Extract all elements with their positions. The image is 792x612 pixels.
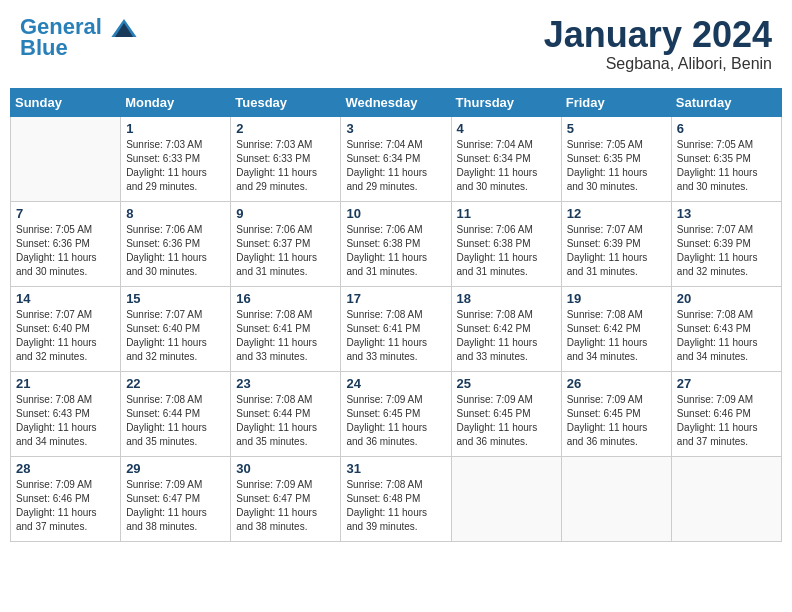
title-block: January 2024 Segbana, Alibori, Benin bbox=[544, 15, 772, 73]
day-number: 12 bbox=[567, 206, 666, 221]
day-number: 3 bbox=[346, 121, 445, 136]
calendar-cell: 3Sunrise: 7:04 AM Sunset: 6:34 PM Daylig… bbox=[341, 116, 451, 201]
calendar-cell: 6Sunrise: 7:05 AM Sunset: 6:35 PM Daylig… bbox=[671, 116, 781, 201]
day-detail: Sunrise: 7:08 AM Sunset: 6:43 PM Dayligh… bbox=[16, 393, 115, 449]
location-title: Segbana, Alibori, Benin bbox=[544, 55, 772, 73]
calendar-cell bbox=[451, 456, 561, 541]
calendar-cell: 10Sunrise: 7:06 AM Sunset: 6:38 PM Dayli… bbox=[341, 201, 451, 286]
day-number: 24 bbox=[346, 376, 445, 391]
page-header: General Blue January 2024 Segbana, Alibo… bbox=[10, 10, 782, 78]
calendar-week-row: 7Sunrise: 7:05 AM Sunset: 6:36 PM Daylig… bbox=[11, 201, 782, 286]
weekday-header: Tuesday bbox=[231, 88, 341, 116]
calendar-week-row: 14Sunrise: 7:07 AM Sunset: 6:40 PM Dayli… bbox=[11, 286, 782, 371]
calendar-table: SundayMondayTuesdayWednesdayThursdayFrid… bbox=[10, 88, 782, 542]
weekday-header: Sunday bbox=[11, 88, 121, 116]
calendar-cell: 12Sunrise: 7:07 AM Sunset: 6:39 PM Dayli… bbox=[561, 201, 671, 286]
day-detail: Sunrise: 7:06 AM Sunset: 6:36 PM Dayligh… bbox=[126, 223, 225, 279]
calendar-cell: 24Sunrise: 7:09 AM Sunset: 6:45 PM Dayli… bbox=[341, 371, 451, 456]
day-number: 19 bbox=[567, 291, 666, 306]
calendar-cell bbox=[671, 456, 781, 541]
day-number: 18 bbox=[457, 291, 556, 306]
day-number: 23 bbox=[236, 376, 335, 391]
calendar-cell: 23Sunrise: 7:08 AM Sunset: 6:44 PM Dayli… bbox=[231, 371, 341, 456]
day-number: 17 bbox=[346, 291, 445, 306]
month-title: January 2024 bbox=[544, 15, 772, 55]
day-detail: Sunrise: 7:08 AM Sunset: 6:42 PM Dayligh… bbox=[457, 308, 556, 364]
day-number: 22 bbox=[126, 376, 225, 391]
day-detail: Sunrise: 7:08 AM Sunset: 6:42 PM Dayligh… bbox=[567, 308, 666, 364]
day-detail: Sunrise: 7:05 AM Sunset: 6:35 PM Dayligh… bbox=[567, 138, 666, 194]
calendar-cell: 27Sunrise: 7:09 AM Sunset: 6:46 PM Dayli… bbox=[671, 371, 781, 456]
calendar-cell: 28Sunrise: 7:09 AM Sunset: 6:46 PM Dayli… bbox=[11, 456, 121, 541]
calendar-cell: 7Sunrise: 7:05 AM Sunset: 6:36 PM Daylig… bbox=[11, 201, 121, 286]
day-detail: Sunrise: 7:09 AM Sunset: 6:47 PM Dayligh… bbox=[236, 478, 335, 534]
day-detail: Sunrise: 7:09 AM Sunset: 6:47 PM Dayligh… bbox=[126, 478, 225, 534]
calendar-cell: 19Sunrise: 7:08 AM Sunset: 6:42 PM Dayli… bbox=[561, 286, 671, 371]
day-number: 27 bbox=[677, 376, 776, 391]
day-detail: Sunrise: 7:03 AM Sunset: 6:33 PM Dayligh… bbox=[236, 138, 335, 194]
calendar-week-row: 28Sunrise: 7:09 AM Sunset: 6:46 PM Dayli… bbox=[11, 456, 782, 541]
day-detail: Sunrise: 7:07 AM Sunset: 6:40 PM Dayligh… bbox=[16, 308, 115, 364]
calendar-cell: 13Sunrise: 7:07 AM Sunset: 6:39 PM Dayli… bbox=[671, 201, 781, 286]
calendar-cell: 22Sunrise: 7:08 AM Sunset: 6:44 PM Dayli… bbox=[121, 371, 231, 456]
calendar-cell: 8Sunrise: 7:06 AM Sunset: 6:36 PM Daylig… bbox=[121, 201, 231, 286]
day-detail: Sunrise: 7:09 AM Sunset: 6:46 PM Dayligh… bbox=[677, 393, 776, 449]
day-detail: Sunrise: 7:07 AM Sunset: 6:39 PM Dayligh… bbox=[677, 223, 776, 279]
day-detail: Sunrise: 7:08 AM Sunset: 6:48 PM Dayligh… bbox=[346, 478, 445, 534]
day-number: 7 bbox=[16, 206, 115, 221]
logo: General Blue bbox=[20, 15, 138, 61]
day-detail: Sunrise: 7:06 AM Sunset: 6:38 PM Dayligh… bbox=[346, 223, 445, 279]
day-detail: Sunrise: 7:09 AM Sunset: 6:45 PM Dayligh… bbox=[346, 393, 445, 449]
day-number: 30 bbox=[236, 461, 335, 476]
calendar-cell: 30Sunrise: 7:09 AM Sunset: 6:47 PM Dayli… bbox=[231, 456, 341, 541]
day-number: 5 bbox=[567, 121, 666, 136]
day-detail: Sunrise: 7:09 AM Sunset: 6:46 PM Dayligh… bbox=[16, 478, 115, 534]
day-number: 1 bbox=[126, 121, 225, 136]
day-number: 26 bbox=[567, 376, 666, 391]
day-number: 15 bbox=[126, 291, 225, 306]
day-number: 9 bbox=[236, 206, 335, 221]
day-detail: Sunrise: 7:06 AM Sunset: 6:38 PM Dayligh… bbox=[457, 223, 556, 279]
day-detail: Sunrise: 7:08 AM Sunset: 6:44 PM Dayligh… bbox=[126, 393, 225, 449]
day-number: 4 bbox=[457, 121, 556, 136]
calendar-cell: 17Sunrise: 7:08 AM Sunset: 6:41 PM Dayli… bbox=[341, 286, 451, 371]
day-number: 29 bbox=[126, 461, 225, 476]
day-number: 6 bbox=[677, 121, 776, 136]
calendar-cell: 2Sunrise: 7:03 AM Sunset: 6:33 PM Daylig… bbox=[231, 116, 341, 201]
calendar-week-row: 1Sunrise: 7:03 AM Sunset: 6:33 PM Daylig… bbox=[11, 116, 782, 201]
day-detail: Sunrise: 7:07 AM Sunset: 6:39 PM Dayligh… bbox=[567, 223, 666, 279]
day-number: 11 bbox=[457, 206, 556, 221]
day-number: 31 bbox=[346, 461, 445, 476]
calendar-cell: 1Sunrise: 7:03 AM Sunset: 6:33 PM Daylig… bbox=[121, 116, 231, 201]
day-detail: Sunrise: 7:08 AM Sunset: 6:43 PM Dayligh… bbox=[677, 308, 776, 364]
day-number: 8 bbox=[126, 206, 225, 221]
day-detail: Sunrise: 7:05 AM Sunset: 6:35 PM Dayligh… bbox=[677, 138, 776, 194]
calendar-cell: 15Sunrise: 7:07 AM Sunset: 6:40 PM Dayli… bbox=[121, 286, 231, 371]
day-detail: Sunrise: 7:09 AM Sunset: 6:45 PM Dayligh… bbox=[567, 393, 666, 449]
weekday-header: Monday bbox=[121, 88, 231, 116]
day-number: 2 bbox=[236, 121, 335, 136]
calendar-cell: 9Sunrise: 7:06 AM Sunset: 6:37 PM Daylig… bbox=[231, 201, 341, 286]
calendar-cell: 14Sunrise: 7:07 AM Sunset: 6:40 PM Dayli… bbox=[11, 286, 121, 371]
weekday-header: Wednesday bbox=[341, 88, 451, 116]
day-number: 10 bbox=[346, 206, 445, 221]
calendar-cell bbox=[561, 456, 671, 541]
day-detail: Sunrise: 7:04 AM Sunset: 6:34 PM Dayligh… bbox=[346, 138, 445, 194]
calendar-cell: 20Sunrise: 7:08 AM Sunset: 6:43 PM Dayli… bbox=[671, 286, 781, 371]
day-number: 14 bbox=[16, 291, 115, 306]
day-detail: Sunrise: 7:04 AM Sunset: 6:34 PM Dayligh… bbox=[457, 138, 556, 194]
day-detail: Sunrise: 7:08 AM Sunset: 6:44 PM Dayligh… bbox=[236, 393, 335, 449]
calendar-cell: 29Sunrise: 7:09 AM Sunset: 6:47 PM Dayli… bbox=[121, 456, 231, 541]
day-detail: Sunrise: 7:07 AM Sunset: 6:40 PM Dayligh… bbox=[126, 308, 225, 364]
calendar-cell: 11Sunrise: 7:06 AM Sunset: 6:38 PM Dayli… bbox=[451, 201, 561, 286]
calendar-header-row: SundayMondayTuesdayWednesdayThursdayFrid… bbox=[11, 88, 782, 116]
calendar-cell: 31Sunrise: 7:08 AM Sunset: 6:48 PM Dayli… bbox=[341, 456, 451, 541]
day-detail: Sunrise: 7:08 AM Sunset: 6:41 PM Dayligh… bbox=[346, 308, 445, 364]
day-number: 13 bbox=[677, 206, 776, 221]
calendar-cell: 16Sunrise: 7:08 AM Sunset: 6:41 PM Dayli… bbox=[231, 286, 341, 371]
day-detail: Sunrise: 7:06 AM Sunset: 6:37 PM Dayligh… bbox=[236, 223, 335, 279]
day-number: 16 bbox=[236, 291, 335, 306]
day-detail: Sunrise: 7:08 AM Sunset: 6:41 PM Dayligh… bbox=[236, 308, 335, 364]
weekday-header: Friday bbox=[561, 88, 671, 116]
calendar-week-row: 21Sunrise: 7:08 AM Sunset: 6:43 PM Dayli… bbox=[11, 371, 782, 456]
